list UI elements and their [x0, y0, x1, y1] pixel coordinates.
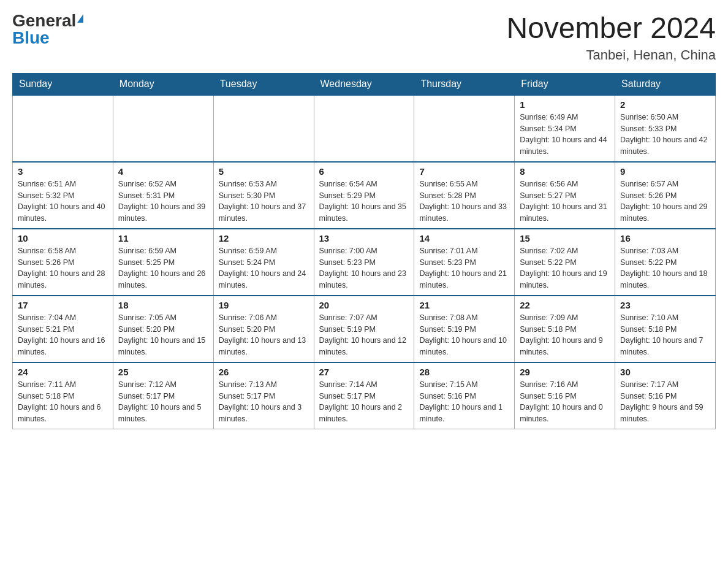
day-number: 4 [118, 166, 208, 177]
week-row-2: 3Sunrise: 6:51 AMSunset: 5:32 PMDaylight… [13, 162, 716, 229]
logo: General Blue [12, 12, 83, 47]
day-info: Sunrise: 7:01 AMSunset: 5:23 PMDaylight:… [419, 245, 509, 291]
calendar-cell: 3Sunrise: 6:51 AMSunset: 5:32 PMDaylight… [13, 162, 113, 229]
day-info: Sunrise: 7:04 AMSunset: 5:21 PMDaylight:… [18, 312, 108, 358]
day-number: 10 [18, 233, 108, 243]
calendar-cell: 9Sunrise: 6:57 AMSunset: 5:26 PMDaylight… [615, 162, 716, 229]
day-info: Sunrise: 6:52 AMSunset: 5:31 PMDaylight:… [118, 178, 208, 224]
day-number: 15 [520, 233, 610, 243]
day-info: Sunrise: 7:06 AMSunset: 5:20 PMDaylight:… [219, 312, 309, 358]
calendar-cell: 30Sunrise: 7:17 AMSunset: 5:16 PMDayligh… [615, 362, 716, 429]
day-info: Sunrise: 7:05 AMSunset: 5:20 PMDaylight:… [118, 312, 208, 358]
day-number: 8 [520, 166, 610, 177]
logo-blue: Blue [12, 28, 50, 47]
week-row-4: 17Sunrise: 7:04 AMSunset: 5:21 PMDayligh… [13, 296, 716, 362]
day-info: Sunrise: 7:17 AMSunset: 5:16 PMDaylight:… [620, 379, 710, 425]
day-number: 6 [319, 166, 409, 177]
day-info: Sunrise: 6:54 AMSunset: 5:29 PMDaylight:… [319, 178, 409, 224]
calendar-cell [314, 95, 414, 162]
day-info: Sunrise: 7:10 AMSunset: 5:18 PMDaylight:… [620, 312, 710, 358]
day-number: 1 [520, 99, 610, 110]
calendar-cell: 17Sunrise: 7:04 AMSunset: 5:21 PMDayligh… [13, 296, 113, 362]
col-header-friday: Friday [515, 73, 615, 95]
day-number: 16 [620, 233, 710, 243]
calendar-cell: 29Sunrise: 7:16 AMSunset: 5:16 PMDayligh… [515, 362, 615, 429]
day-number: 25 [118, 367, 208, 377]
calendar-cell: 19Sunrise: 7:06 AMSunset: 5:20 PMDayligh… [213, 296, 314, 362]
calendar-cell: 4Sunrise: 6:52 AMSunset: 5:31 PMDaylight… [113, 162, 213, 229]
day-info: Sunrise: 7:11 AMSunset: 5:18 PMDaylight:… [18, 379, 108, 425]
day-number: 9 [620, 166, 710, 177]
day-info: Sunrise: 6:58 AMSunset: 5:26 PMDaylight:… [18, 245, 108, 291]
day-info: Sunrise: 6:51 AMSunset: 5:32 PMDaylight:… [18, 178, 108, 224]
calendar-cell: 6Sunrise: 6:54 AMSunset: 5:29 PMDaylight… [314, 162, 414, 229]
day-info: Sunrise: 7:09 AMSunset: 5:18 PMDaylight:… [520, 312, 610, 358]
day-info: Sunrise: 6:56 AMSunset: 5:27 PMDaylight:… [520, 178, 610, 224]
col-header-saturday: Saturday [615, 73, 716, 95]
day-info: Sunrise: 6:50 AMSunset: 5:33 PMDaylight:… [620, 112, 710, 158]
day-info: Sunrise: 7:15 AMSunset: 5:16 PMDaylight:… [419, 379, 509, 425]
day-number: 5 [219, 166, 309, 177]
day-number: 28 [419, 367, 509, 377]
day-number: 19 [219, 300, 309, 310]
day-number: 29 [520, 367, 610, 377]
calendar-cell: 26Sunrise: 7:13 AMSunset: 5:17 PMDayligh… [213, 362, 314, 429]
calendar-cell: 15Sunrise: 7:02 AMSunset: 5:22 PMDayligh… [515, 229, 615, 296]
day-info: Sunrise: 7:14 AMSunset: 5:17 PMDaylight:… [319, 379, 409, 425]
day-info: Sunrise: 7:13 AMSunset: 5:17 PMDaylight:… [219, 379, 309, 425]
calendar-cell: 28Sunrise: 7:15 AMSunset: 5:16 PMDayligh… [414, 362, 515, 429]
day-number: 17 [18, 300, 108, 310]
logo-triangle-icon [77, 14, 83, 23]
day-number: 27 [319, 367, 409, 377]
day-number: 2 [620, 99, 710, 110]
col-header-tuesday: Tuesday [213, 73, 314, 95]
day-number: 20 [319, 300, 409, 310]
day-info: Sunrise: 6:53 AMSunset: 5:30 PMDaylight:… [219, 178, 309, 224]
calendar-cell: 1Sunrise: 6:49 AMSunset: 5:34 PMDaylight… [515, 95, 615, 162]
calendar-cell [414, 95, 515, 162]
day-info: Sunrise: 7:08 AMSunset: 5:19 PMDaylight:… [419, 312, 509, 358]
day-number: 3 [18, 166, 108, 177]
day-info: Sunrise: 7:16 AMSunset: 5:16 PMDaylight:… [520, 379, 610, 425]
day-info: Sunrise: 6:57 AMSunset: 5:26 PMDaylight:… [620, 178, 710, 224]
day-info: Sunrise: 7:12 AMSunset: 5:17 PMDaylight:… [118, 379, 208, 425]
calendar-cell: 5Sunrise: 6:53 AMSunset: 5:30 PMDaylight… [213, 162, 314, 229]
day-number: 14 [419, 233, 509, 243]
calendar-cell: 7Sunrise: 6:55 AMSunset: 5:28 PMDaylight… [414, 162, 515, 229]
calendar-cell: 10Sunrise: 6:58 AMSunset: 5:26 PMDayligh… [13, 229, 113, 296]
day-number: 26 [219, 367, 309, 377]
calendar-cell: 25Sunrise: 7:12 AMSunset: 5:17 PMDayligh… [113, 362, 213, 429]
calendar-cell: 18Sunrise: 7:05 AMSunset: 5:20 PMDayligh… [113, 296, 213, 362]
day-number: 22 [520, 300, 610, 310]
week-row-5: 24Sunrise: 7:11 AMSunset: 5:18 PMDayligh… [13, 362, 716, 429]
week-row-1: 1Sunrise: 6:49 AMSunset: 5:34 PMDaylight… [13, 95, 716, 162]
calendar-cell [213, 95, 314, 162]
day-number: 24 [18, 367, 108, 377]
calendar-cell: 2Sunrise: 6:50 AMSunset: 5:33 PMDaylight… [615, 95, 716, 162]
logo-general: General [12, 12, 76, 29]
day-number: 13 [319, 233, 409, 243]
day-info: Sunrise: 7:03 AMSunset: 5:22 PMDaylight:… [620, 245, 710, 291]
calendar-cell: 24Sunrise: 7:11 AMSunset: 5:18 PMDayligh… [13, 362, 113, 429]
calendar-header-row: SundayMondayTuesdayWednesdayThursdayFrid… [13, 73, 716, 95]
col-header-sunday: Sunday [13, 73, 113, 95]
day-info: Sunrise: 7:07 AMSunset: 5:19 PMDaylight:… [319, 312, 409, 358]
day-number: 7 [419, 166, 509, 177]
calendar-cell: 27Sunrise: 7:14 AMSunset: 5:17 PMDayligh… [314, 362, 414, 429]
month-title: November 2024 [506, 12, 716, 45]
day-number: 11 [118, 233, 208, 243]
day-number: 18 [118, 300, 208, 310]
title-area: November 2024 Tanbei, Henan, China [506, 12, 716, 63]
day-number: 12 [219, 233, 309, 243]
calendar-cell: 11Sunrise: 6:59 AMSunset: 5:25 PMDayligh… [113, 229, 213, 296]
page-header: General Blue November 2024 Tanbei, Henan… [12, 12, 716, 63]
calendar-cell: 20Sunrise: 7:07 AMSunset: 5:19 PMDayligh… [314, 296, 414, 362]
location-title: Tanbei, Henan, China [506, 47, 716, 63]
calendar-cell: 21Sunrise: 7:08 AMSunset: 5:19 PMDayligh… [414, 296, 515, 362]
calendar-cell: 23Sunrise: 7:10 AMSunset: 5:18 PMDayligh… [615, 296, 716, 362]
calendar-cell: 12Sunrise: 6:59 AMSunset: 5:24 PMDayligh… [213, 229, 314, 296]
day-info: Sunrise: 6:59 AMSunset: 5:25 PMDaylight:… [118, 245, 208, 291]
day-info: Sunrise: 6:59 AMSunset: 5:24 PMDaylight:… [219, 245, 309, 291]
col-header-thursday: Thursday [414, 73, 515, 95]
day-number: 21 [419, 300, 509, 310]
